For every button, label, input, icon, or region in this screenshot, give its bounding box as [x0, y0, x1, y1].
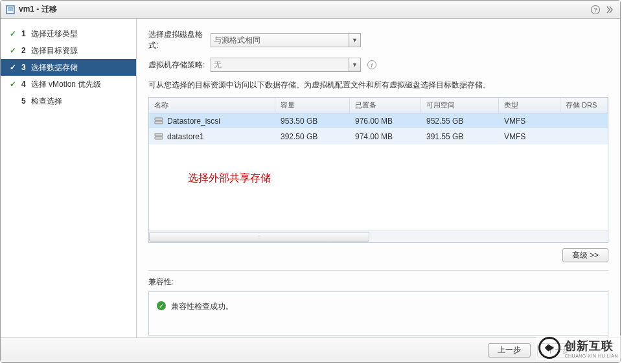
datastore-description: 可从您选择的目标资源中访问以下数据存储。为虚拟机配置文件和所有虚拟磁盘选择目标数…	[148, 80, 608, 91]
check-placeholder	[10, 97, 19, 106]
storage-policy-select[interactable]: 无 ▼	[211, 58, 361, 72]
check-icon: ✓	[10, 29, 19, 38]
disk-format-label: 选择虚拟磁盘格式:	[148, 29, 211, 51]
vm-icon	[6, 5, 15, 14]
step-label: 检查选择	[31, 96, 62, 107]
step-datastore[interactable]: ✓ 3 选择数据存储	[1, 59, 136, 76]
svg-rect-4	[155, 118, 163, 120]
th-name[interactable]: 名称	[149, 98, 275, 113]
step-sidebar: ✓ 1 选择迁移类型 ✓ 2 选择目标资源 ✓ 3 选择数据存储 ✓ 4 选择 …	[1, 19, 137, 337]
svg-rect-6	[155, 133, 163, 136]
horizontal-scrollbar[interactable]: ::	[149, 231, 608, 242]
info-icon[interactable]: i	[367, 60, 376, 69]
check-icon: ✓	[10, 80, 19, 89]
success-icon: ✓	[157, 301, 166, 310]
watermark: 创新互联 CHUANG XIN HU LIAN	[536, 336, 621, 360]
separator	[148, 270, 608, 271]
svg-rect-7	[155, 137, 163, 139]
datastore-icon	[154, 117, 163, 125]
content-area: 选择虚拟磁盘格式: 与源格式相同 ▼ 虚拟机存储策略: 无 ▼ i 可从您选择的…	[137, 19, 620, 337]
step-label: 选择目标资源	[31, 45, 78, 56]
storage-policy-label: 虚拟机存储策略:	[148, 60, 211, 71]
dialog-footer: 上一步 下一步	[1, 337, 620, 362]
compat-box: ✓ 兼容性检查成功。	[148, 291, 608, 336]
table-header: 名称 容量 已置备 可用空间 类型 存储 DRS	[149, 98, 608, 113]
th-type[interactable]: 类型	[499, 98, 560, 113]
step-label: 选择数据存储	[31, 62, 78, 73]
svg-text:?: ?	[593, 6, 597, 13]
ds-cap: 392.50 GB	[275, 132, 350, 141]
disk-format-row: 选择虚拟磁盘格式: 与源格式相同 ▼	[148, 29, 608, 51]
svg-rect-1	[8, 7, 13, 11]
help-icon[interactable]: ?	[590, 5, 601, 15]
ds-free: 952.55 GB	[421, 117, 499, 126]
disk-format-select[interactable]: 与源格式相同 ▼	[211, 33, 361, 47]
ds-name: datastore1	[167, 132, 204, 141]
step-migrate-type[interactable]: ✓ 1 选择迁移类型	[1, 25, 136, 42]
step-label: 选择迁移类型	[31, 28, 78, 40]
ds-cap: 953.50 GB	[275, 117, 350, 126]
ds-type: VMFS	[499, 117, 560, 126]
ds-prov: 974.00 MB	[350, 132, 421, 141]
disk-format-value: 与源格式相同	[214, 35, 260, 46]
dialog-body: ✓ 1 选择迁移类型 ✓ 2 选择目标资源 ✓ 3 选择数据存储 ✓ 4 选择 …	[1, 19, 620, 337]
step-vmotion-priority[interactable]: ✓ 4 选择 vMotion 优先级	[1, 76, 136, 93]
chevron-down-icon: ▼	[349, 58, 360, 71]
compat-message: 兼容性检查成功。	[171, 301, 233, 312]
storage-policy-row: 虚拟机存储策略: 无 ▼ i	[148, 58, 608, 72]
titlebar: vm1 - 迁移 ?	[1, 1, 620, 19]
th-free[interactable]: 可用空间	[421, 98, 499, 113]
table-body: Datastore_iscsi 953.50 GB 976.00 MB 952.…	[149, 113, 608, 231]
th-provisioned[interactable]: 已置备	[350, 98, 421, 113]
compat-label: 兼容性:	[148, 277, 608, 288]
datastore-table: 名称 容量 已置备 可用空间 类型 存储 DRS Datastore_iscsi	[148, 97, 608, 243]
ds-name: Datastore_iscsi	[167, 117, 220, 126]
ds-prov: 976.00 MB	[350, 117, 421, 126]
watermark-logo	[538, 337, 560, 359]
storage-policy-value: 无	[214, 60, 222, 71]
scrollbar-thumb[interactable]: ::	[149, 232, 369, 242]
ds-free: 391.55 GB	[421, 132, 499, 141]
watermark-main: 创新互联	[564, 338, 618, 354]
check-icon: ✓	[10, 63, 19, 72]
annotation-text: 选择外部共享存储	[188, 172, 271, 185]
migrate-dialog: vm1 - 迁移 ? ✓ 1 选择迁移类型 ✓ 2 选择目标资源 ✓ 3 选择数…	[0, 0, 621, 363]
step-label: 选择 vMotion 优先级	[31, 79, 102, 90]
advanced-button[interactable]: 高级 >>	[562, 248, 608, 262]
chevron-down-icon: ▼	[349, 34, 360, 47]
th-drs[interactable]: 存储 DRS	[560, 98, 608, 113]
table-row[interactable]: datastore1 392.50 GB 974.00 MB 391.55 GB…	[149, 129, 608, 144]
datastore-icon	[154, 133, 163, 141]
table-row[interactable]: Datastore_iscsi 953.50 GB 976.00 MB 952.…	[149, 113, 608, 129]
back-button[interactable]: 上一步	[488, 343, 531, 358]
watermark-sub: CHUANG XIN HU LIAN	[564, 354, 618, 358]
check-icon: ✓	[10, 46, 19, 55]
expand-icon[interactable]	[605, 5, 615, 15]
ds-type: VMFS	[499, 132, 560, 141]
step-target-resource[interactable]: ✓ 2 选择目标资源	[1, 42, 136, 59]
dialog-title: vm1 - 迁移	[19, 4, 57, 15]
th-capacity[interactable]: 容量	[275, 98, 350, 113]
svg-rect-5	[155, 121, 163, 124]
step-review[interactable]: 5 检查选择	[1, 93, 136, 109]
